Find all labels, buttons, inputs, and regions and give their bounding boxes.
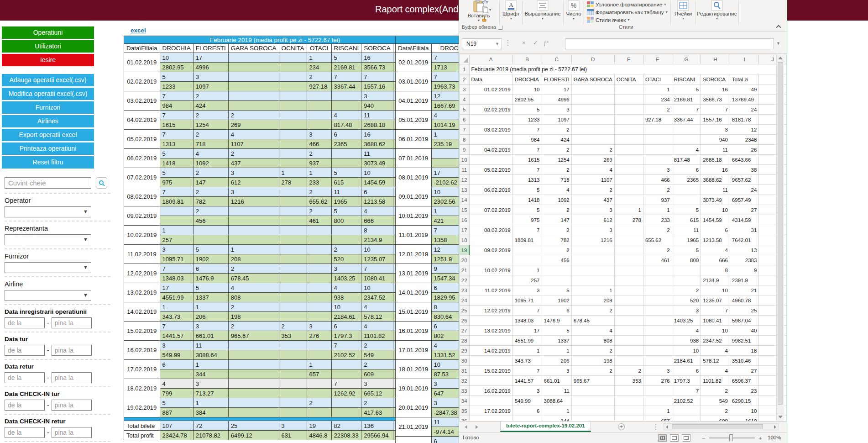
cell[interactable]: [512, 255, 542, 265]
cell[interactable]: 3: [672, 306, 701, 316]
name-box[interactable]: N19 ▼: [462, 38, 502, 49]
cancel-entry-icon[interactable]: ×: [522, 39, 526, 46]
row-header-6[interactable]: 6: [460, 115, 470, 125]
cell[interactable]: [469, 275, 512, 285]
cell[interactable]: 5: [512, 105, 542, 115]
cell[interactable]: 2134.9: [701, 275, 730, 285]
cell[interactable]: 3566.73: [701, 95, 730, 105]
cell[interactable]: 4: [672, 145, 701, 155]
furnizor-select[interactable]: ▼: [5, 262, 91, 273]
cell[interactable]: 3088.64: [542, 396, 571, 406]
cell[interactable]: 2: [542, 125, 571, 135]
cell[interactable]: 2: [643, 225, 672, 235]
cell[interactable]: [643, 135, 672, 145]
cell[interactable]: 11: [701, 185, 730, 195]
search-input[interactable]: [5, 177, 91, 189]
cell[interactable]: [672, 125, 701, 135]
cell[interactable]: 24: [730, 105, 759, 115]
cell[interactable]: [614, 356, 643, 366]
cell[interactable]: [571, 245, 614, 255]
cell[interactable]: 7642.01: [730, 235, 759, 245]
cell[interactable]: 2: [542, 145, 571, 155]
column-header-G[interactable]: G: [672, 54, 701, 64]
zoom-out-icon[interactable]: −: [702, 435, 706, 442]
cell[interactable]: 1: [643, 205, 672, 215]
excel-export-link[interactable]: excel: [131, 27, 146, 34]
cell[interactable]: 15.02.2019: [469, 366, 512, 376]
column-header-A[interactable]: A: [469, 54, 512, 64]
normal-view-icon[interactable]: [658, 434, 667, 442]
reprezentanta-select[interactable]: ▼: [5, 234, 91, 245]
cell[interactable]: 7: [672, 105, 701, 115]
cell[interactable]: 27: [730, 366, 759, 376]
cell[interactable]: 800: [672, 255, 701, 265]
cell[interactable]: 424: [542, 135, 571, 145]
cell[interactable]: 3: [643, 165, 672, 175]
cell[interactable]: 1101.82: [701, 376, 730, 386]
cell[interactable]: [614, 255, 643, 265]
date-from-input[interactable]: [5, 345, 45, 356]
conditional-formatting-button[interactable]: Условное форматирование ▾: [587, 1, 666, 7]
cell[interactable]: 615: [672, 215, 701, 225]
cell[interactable]: 4551.99: [512, 336, 542, 346]
cell[interactable]: 03.02.2019: [469, 125, 512, 135]
cell[interactable]: 1097: [542, 115, 571, 125]
cell[interactable]: 4: [701, 346, 730, 356]
cell[interactable]: [614, 265, 643, 275]
cell[interactable]: 12.02.2019: [469, 306, 512, 316]
cell[interactable]: 17.02.2019: [469, 406, 512, 416]
cell[interactable]: 9657.62: [730, 175, 759, 185]
page-layout-view-icon[interactable]: [670, 434, 679, 442]
cell[interactable]: 6596.37: [730, 376, 759, 386]
formula-input[interactable]: [565, 38, 774, 49]
date-to-input[interactable]: [52, 427, 92, 438]
cell[interactable]: 2: [643, 245, 672, 255]
cell[interactable]: [469, 115, 512, 125]
cell[interactable]: [614, 175, 643, 185]
cell[interactable]: 661.01: [542, 376, 571, 386]
cell[interactable]: 234: [643, 95, 672, 105]
cell[interactable]: [643, 386, 672, 396]
airline-select[interactable]: ▼: [5, 290, 91, 301]
cell[interactable]: 1313: [512, 175, 542, 185]
cell[interactable]: 343.73: [512, 356, 542, 366]
cell[interactable]: 6: [512, 406, 542, 416]
cell[interactable]: 17: [512, 326, 542, 336]
sidebar-item-utilizatori[interactable]: Utilizatori: [2, 40, 94, 53]
cell[interactable]: [571, 125, 614, 135]
cell[interactable]: [614, 225, 643, 235]
cell[interactable]: 5: [672, 205, 701, 215]
date-from-input[interactable]: [5, 427, 45, 438]
cell[interactable]: [643, 155, 672, 165]
row-header-8[interactable]: 8: [460, 135, 470, 145]
row-header-1[interactable]: 1: [460, 64, 470, 74]
cell[interactable]: 3367.44: [672, 115, 701, 125]
prev-sheet-icon[interactable]: [465, 425, 467, 429]
cell[interactable]: 655.62: [643, 235, 672, 245]
cell[interactable]: 456: [542, 255, 571, 265]
cell[interactable]: 6290.15: [730, 396, 759, 406]
cell[interactable]: 4960.78: [730, 295, 759, 306]
editing-group-button[interactable]: Редактирование ▾: [696, 0, 737, 21]
cell[interactable]: [614, 95, 643, 105]
cell[interactable]: 23: [730, 386, 759, 396]
cell[interactable]: 984: [512, 135, 542, 145]
cell[interactable]: 1454.59: [701, 215, 730, 225]
row-header-28[interactable]: 28: [460, 336, 470, 346]
cell[interactable]: [614, 185, 643, 195]
scroll-right-icon[interactable]: [774, 425, 776, 429]
cut-button[interactable]: [482, 0, 488, 4]
row-header-11[interactable]: 11: [460, 165, 470, 175]
font-group-button[interactable]: A Шрифт ▾: [501, 0, 521, 21]
namebox-dropdown-icon[interactable]: ▼: [495, 39, 499, 49]
row-header-12[interactable]: 12: [460, 175, 470, 185]
cell[interactable]: 2169.81: [672, 95, 701, 105]
cell[interactable]: [614, 84, 643, 95]
column-header-I[interactable]: I: [730, 54, 759, 64]
cell[interactable]: 466: [643, 175, 672, 185]
cell[interactable]: 3073.49: [701, 195, 730, 205]
zoom-level[interactable]: 100%: [768, 435, 781, 440]
vscroll-thumb[interactable]: [778, 62, 783, 405]
cell[interactable]: 06.02.2019: [469, 185, 512, 195]
sidebar-action-button[interactable]: Printeaza operatiuni: [2, 142, 94, 155]
